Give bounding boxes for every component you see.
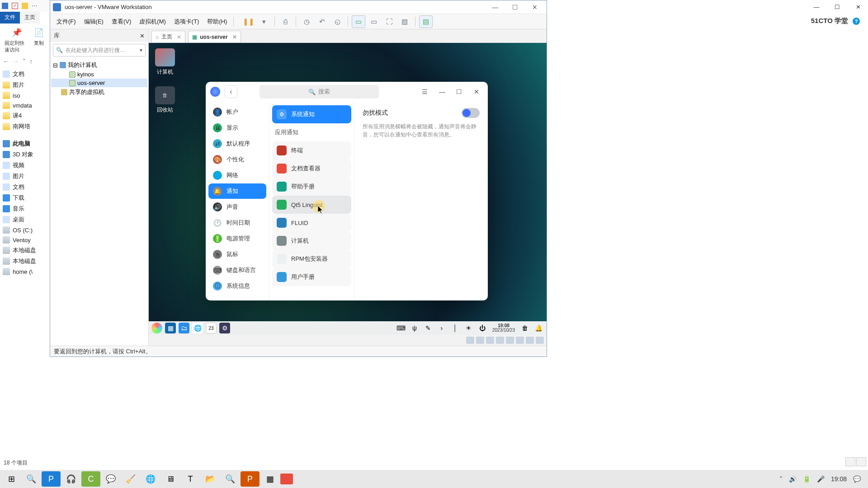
guest-desktop[interactable]: 计算机 🗑 回收站 ‹ 🔍 搜索 [149, 43, 547, 346]
app-notification-item[interactable]: 用户手册 [272, 268, 351, 286]
app-notification-item[interactable]: RPM包安装器 [272, 250, 351, 268]
desktop-trash-icon[interactable]: 🗑 回收站 [155, 86, 175, 114]
explorer-row[interactable]: 图片 [1, 171, 49, 182]
system-notification-item[interactable]: ⚙ 系统通知 [272, 105, 351, 123]
category-声音[interactable]: 🔊声音 [208, 199, 266, 215]
taskbar-everything-icon[interactable]: 🔍 [221, 471, 240, 487]
explorer-tab-home[interactable]: 主页 [20, 12, 40, 23]
library-toggle-icon[interactable]: ▤ [419, 15, 433, 28]
taskbar-app[interactable]: P [42, 471, 61, 487]
pause-icon[interactable]: ❚❚ [242, 15, 255, 28]
explorer-tab-file[interactable]: 文件 [0, 12, 20, 23]
message-icon[interactable] [536, 337, 544, 344]
keyboard-icon[interactable]: ⌨ [396, 323, 406, 333]
category-默认程序[interactable]: ⇄默认程序 [208, 136, 266, 151]
settings-taskbar-icon[interactable]: ⚙ [219, 323, 230, 333]
vmware-titlebar[interactable]: uos-server - VMware Workstation — ☐ ✕ [50, 0, 547, 14]
menu-vm[interactable]: 虚拟机(M) [136, 16, 170, 28]
copy-button[interactable]: 📄复制 [33, 26, 45, 53]
printer-icon[interactable] [496, 337, 504, 344]
trash-tray-icon[interactable]: 🗑 [519, 323, 530, 333]
taskbar-vmware-icon[interactable]: ▦ [260, 471, 279, 487]
close-button[interactable]: ✕ [470, 85, 483, 99]
category-系统信息[interactable]: ⓘ系统信息 [208, 278, 266, 294]
menu-tabs[interactable]: 选项卡(T) [170, 16, 203, 28]
help-icon[interactable]: ? [853, 18, 860, 25]
start-button[interactable]: ⊞ [2, 471, 21, 487]
explorer-tree[interactable]: 文档图片isovmdata课4南网培此电脑3D 对象视频图片文档下载音乐桌面OS… [0, 67, 50, 278]
app-notification-item[interactable]: 终端 [272, 141, 351, 160]
tray-clock[interactable]: 19:08 [831, 475, 847, 483]
library-close-icon[interactable]: ✕ [140, 33, 145, 39]
back-button[interactable]: ‹ [225, 85, 237, 98]
guest-taskbar[interactable]: ▦ 🗂 🌐 23 ⚙ ⌨ ψ ✎ › │ ☀ ⏻ 19:082023/10/23… [149, 321, 547, 335]
edit-icon[interactable]: ✎ [423, 323, 434, 333]
explorer-row[interactable]: vmdata [1, 100, 49, 110]
dropdown-icon[interactable]: ▾ [140, 47, 142, 53]
usb-icon[interactable]: ψ [409, 323, 420, 333]
taskbar-chrome-icon[interactable]: 🌐 [141, 471, 160, 487]
category-鼠标[interactable]: 🖱鼠标 [208, 247, 266, 262]
explorer-row[interactable]: 本地磁盘 [1, 245, 49, 256]
calendar-icon[interactable]: 23 [206, 323, 217, 333]
category-电源管理[interactable]: 🔋电源管理 [208, 231, 266, 246]
app-notification-item[interactable]: 帮助手册 [272, 178, 351, 196]
taskbar-search-icon[interactable]: 🔍 [22, 471, 41, 487]
category-网络[interactable]: 🌐网络 [208, 168, 266, 183]
taskbar-wechat-icon[interactable]: 💬 [101, 471, 120, 487]
taskbar-app[interactable]: C [81, 471, 100, 487]
multitask-icon[interactable]: ▦ [165, 323, 176, 333]
taskbar-powerpoint-icon[interactable]: P [241, 471, 259, 487]
snapshot-icon[interactable]: ◷ [300, 15, 313, 28]
settings-categories[interactable]: 👤帐户🖥显示⇄默认程序🎨个性化🌐网络🔔通知🔊声音🕐时间日期🔋电源管理🖱鼠标⌨键盘… [206, 102, 269, 300]
menu-help[interactable]: 帮助(H) [203, 16, 231, 28]
taskbar-app[interactable]: 🎧 [61, 471, 80, 487]
brightness-icon[interactable]: ☀ [463, 323, 474, 333]
app-notification-item[interactable]: 文档查看器 [272, 160, 351, 178]
taskbar-explorer-icon[interactable]: 📂 [201, 471, 220, 487]
tab-home[interactable]: ⌂主页✕ [151, 31, 185, 42]
power-dropdown-icon[interactable]: ▾ [257, 15, 271, 28]
taskbar-app[interactable]: T [181, 471, 200, 487]
explorer-row[interactable]: Ventoy [1, 235, 49, 245]
host-minimize-button[interactable]: — [810, 2, 823, 11]
disk-icon[interactable] [466, 337, 474, 344]
clock[interactable]: 19:082023/10/23 [491, 323, 517, 333]
close-icon[interactable]: ✕ [177, 34, 181, 40]
tray-volume-icon[interactable]: 🔊 [789, 475, 797, 483]
category-通知[interactable]: 🔔通知 [208, 183, 266, 199]
revert-icon[interactable]: ↶ [315, 15, 329, 28]
back-icon[interactable]: ← [3, 58, 9, 65]
up-icon[interactable]: ↑ [29, 58, 33, 65]
files-icon[interactable]: 🗂 [179, 323, 189, 333]
explorer-row[interactable]: 视频 [1, 160, 49, 171]
explorer-row[interactable]: iso [1, 90, 49, 100]
system-tray[interactable]: ˄ 🔊 🔋 🎤 19:08 💬 [774, 475, 866, 483]
notification-tray-icon[interactable]: 🔔 [533, 323, 544, 333]
view-details-icon[interactable] [845, 457, 855, 466]
settings-search-input[interactable]: 🔍 搜索 [259, 85, 379, 99]
view-fullscreen-icon[interactable]: ⛶ [382, 15, 396, 28]
explorer-row[interactable]: 3D 对象 [1, 149, 49, 160]
explorer-row[interactable]: 文档 [1, 182, 49, 192]
explorer-row[interactable]: 音乐 [1, 203, 49, 214]
category-时间日期[interactable]: 🕐时间日期 [208, 215, 266, 230]
category-帐户[interactable]: 👤帐户 [208, 104, 266, 120]
explorer-row[interactable]: 图片 [1, 80, 49, 90]
tray-notifications-icon[interactable]: 💬 [853, 475, 861, 483]
dnd-toggle[interactable] [462, 108, 480, 118]
menu-view[interactable]: 查看(V) [108, 16, 135, 28]
display-icon[interactable] [526, 337, 534, 344]
explorer-row[interactable]: 文档 [1, 69, 49, 80]
chevron-right-icon[interactable]: › [436, 323, 447, 333]
minimize-button[interactable]: — [435, 85, 449, 99]
power-icon[interactable]: ⏻ [477, 323, 488, 333]
sound-card-icon[interactable] [506, 337, 514, 344]
settings-titlebar[interactable]: ‹ 🔍 搜索 ☰ — ☐ ✕ [206, 82, 488, 102]
network-card-icon[interactable] [486, 337, 494, 344]
tree-root[interactable]: 我的计算机 [68, 61, 97, 69]
maximize-button[interactable]: ☐ [453, 85, 466, 99]
explorer-row[interactable]: 课4 [1, 110, 49, 121]
category-键盘和语言[interactable]: ⌨键盘和语言 [208, 263, 266, 278]
view-stretch-icon[interactable]: ▭ [367, 15, 381, 28]
